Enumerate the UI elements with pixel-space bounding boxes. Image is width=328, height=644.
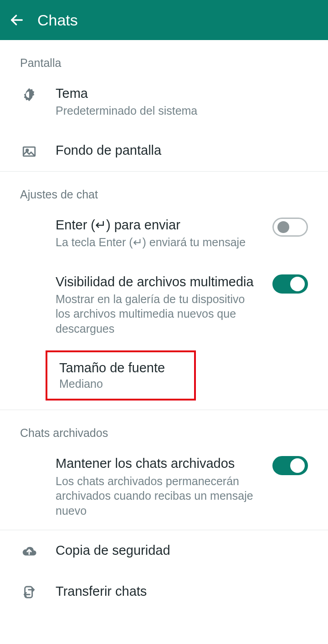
setting-media-visibility-subtitle: Mostrar en la galería de tu dispositivo …: [56, 292, 255, 336]
spacer-icon: [20, 217, 38, 218]
setting-transfer-chats[interactable]: Transferir chats: [0, 571, 328, 611]
setting-enter-to-send[interactable]: Enter (↵) para enviar La tecla Enter (↵)…: [0, 205, 328, 262]
toggle-media-visibility[interactable]: [272, 274, 308, 294]
setting-keep-archived-subtitle: Los chats archivados permanecerán archiv…: [56, 474, 255, 518]
setting-font-size-highlighted[interactable]: Tamaño de fuente Mediano: [46, 350, 196, 401]
setting-font-size-subtitle: Mediano: [59, 377, 182, 390]
setting-font-size-title: Tamaño de fuente: [59, 360, 182, 375]
setting-enter-to-send-subtitle: La tecla Enter (↵) enviará tu mensaje: [56, 235, 255, 250]
theme-icon: [20, 85, 38, 102]
app-header: Chats: [0, 0, 328, 40]
setting-theme-subtitle: Predeterminado del sistema: [56, 103, 308, 118]
setting-wallpaper[interactable]: Fondo de pantalla: [0, 130, 328, 171]
section-header-archived: Chats archivados: [0, 410, 328, 443]
toggle-keep-archived[interactable]: [272, 456, 308, 475]
wallpaper-icon: [20, 142, 38, 159]
setting-theme[interactable]: Tema Predeterminado del sistema: [0, 73, 328, 130]
section-header-display: Pantalla: [0, 40, 328, 73]
spacer-icon: [20, 455, 38, 457]
back-icon[interactable]: [9, 12, 25, 28]
setting-theme-title: Tema: [56, 85, 308, 101]
setting-backup[interactable]: Copia de seguridad: [0, 530, 328, 571]
transfer-icon: [20, 583, 38, 599]
toggle-enter-to-send[interactable]: [272, 218, 308, 237]
page-title: Chats: [37, 11, 78, 29]
setting-keep-archived[interactable]: Mantener los chats archivados Los chats …: [0, 443, 328, 530]
section-header-chat-settings: Ajustes de chat: [0, 172, 328, 205]
setting-transfer-title: Transferir chats: [56, 583, 308, 599]
setting-backup-title: Copia de seguridad: [56, 542, 308, 558]
setting-wallpaper-title: Fondo de pantalla: [56, 142, 308, 158]
setting-keep-archived-title: Mantener los chats archivados: [56, 455, 255, 472]
backup-icon: [20, 542, 38, 559]
spacer-icon: [20, 274, 38, 275]
setting-media-visibility[interactable]: Visibilidad de archivos multimedia Mostr…: [0, 262, 328, 348]
setting-enter-to-send-title: Enter (↵) para enviar: [56, 217, 255, 233]
setting-media-visibility-title: Visibilidad de archivos multimedia: [56, 274, 255, 290]
